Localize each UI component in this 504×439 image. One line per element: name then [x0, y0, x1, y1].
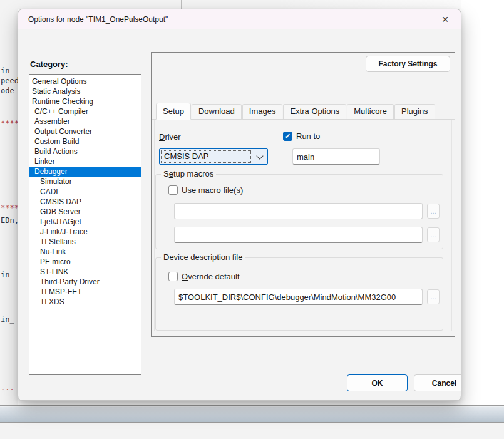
- use-macro-row: Use macro file(s): [168, 185, 243, 195]
- code-fragment: EDn,: [1, 216, 18, 225]
- code-fragment: ode_: [1, 86, 18, 95]
- tab-plugins[interactable]: Plugins: [394, 104, 435, 119]
- background-bottom-strip: [0, 423, 504, 439]
- run-to-row: ✓ Run to: [283, 132, 320, 141]
- tab-multicore[interactable]: Multicore: [347, 104, 394, 119]
- tab-strip: SetupDownloadImagesExtra OptionsMulticor…: [152, 102, 455, 120]
- code-fragment: in_: [1, 66, 14, 75]
- device-description-legend: Device description file: [161, 252, 245, 262]
- category-item-st-link[interactable]: ST-LINK: [29, 267, 141, 277]
- category-item-simulator[interactable]: Simulator: [29, 177, 141, 187]
- use-macro-label: Use macro file(s): [182, 185, 243, 195]
- browse-macro-2-button[interactable]: ...: [427, 227, 440, 242]
- ok-button[interactable]: OK: [347, 374, 408, 391]
- device-description-path-input[interactable]: [174, 289, 423, 305]
- category-item-output-converter[interactable]: Output Converter: [29, 127, 141, 137]
- background-code-editor: in_peedode_********EDn,in_in_...: [0, 0, 18, 406]
- browse-macro-1-button[interactable]: ...: [427, 204, 440, 219]
- category-item-ti-stellaris[interactable]: TI Stellaris: [29, 237, 141, 247]
- category-item-ti-xds[interactable]: TI XDS: [29, 297, 141, 307]
- override-default-label: Override default: [182, 272, 240, 281]
- override-default-checkbox[interactable]: [168, 272, 178, 281]
- category-item-pe-micro[interactable]: PE micro: [29, 257, 141, 267]
- device-description-group: Device description file Override default…: [155, 257, 443, 331]
- cancel-button[interactable]: Cancel: [414, 374, 461, 391]
- category-item-j-link-j-trace[interactable]: J-Link/J-Trace: [29, 227, 141, 237]
- close-icon[interactable]: ✕: [436, 11, 455, 28]
- browse-device-file-button[interactable]: ...: [427, 289, 440, 304]
- setup-macros-legend: Setup macros: [161, 169, 216, 178]
- driver-select[interactable]: CMSIS DAP: [159, 148, 268, 165]
- category-item-debugger[interactable]: Debugger: [29, 167, 141, 177]
- run-to-checkbox[interactable]: ✓: [283, 132, 292, 141]
- macro-file-1-input[interactable]: [174, 203, 423, 219]
- category-item-cadi[interactable]: CADI: [29, 187, 141, 197]
- dialog-title: Options for node "TIM1_OnePulseOutput": [28, 9, 168, 29]
- run-to-label: Run to: [296, 132, 320, 141]
- tab-extra-options[interactable]: Extra Options: [283, 104, 346, 119]
- category-item-gdb-server[interactable]: GDB Server: [29, 207, 141, 217]
- code-fragment: ****: [1, 204, 18, 212]
- factory-settings-button[interactable]: Factory Settings: [366, 56, 450, 72]
- background-window-divider: [181, 0, 182, 9]
- code-fragment: ...: [1, 383, 14, 392]
- category-item-build-actions[interactable]: Build Actions: [29, 147, 141, 157]
- category-listbox[interactable]: General OptionsStatic AnalysisRuntime Ch…: [29, 74, 141, 375]
- driver-select-value: CMSIS DAP: [161, 150, 251, 163]
- tab-download[interactable]: Download: [192, 104, 242, 119]
- background-top-strip: [0, 0, 461, 9]
- category-item-static-analysis[interactable]: Static Analysis: [29, 86, 141, 96]
- screen: in_peedode_********EDn,in_in_... Options…: [0, 0, 504, 439]
- background-toolbar-band: [0, 406, 504, 423]
- category-item-runtime-checking[interactable]: Runtime Checking: [29, 96, 141, 106]
- category-item-third-party-driver[interactable]: Third-Party Driver: [29, 277, 141, 287]
- driver-label: Driver: [159, 132, 181, 142]
- settings-panel: Factory Settings SetupDownloadImagesExtr…: [151, 52, 455, 337]
- category-item-assembler[interactable]: Assembler: [29, 116, 141, 127]
- code-fragment: in_: [1, 271, 14, 279]
- code-fragment: in_: [1, 315, 14, 324]
- setup-macros-group: Setup macros Use macro file(s) ... ...: [155, 174, 443, 249]
- run-to-input[interactable]: [292, 148, 380, 165]
- category-item-general-options[interactable]: General Options: [29, 76, 141, 86]
- category-item-c-c-compiler[interactable]: C/C++ Compiler: [29, 106, 141, 116]
- category-item-custom-build[interactable]: Custom Build: [29, 137, 141, 147]
- code-fragment: ****: [1, 119, 18, 128]
- override-default-row: Override default: [168, 272, 240, 281]
- macro-file-2-input[interactable]: [174, 227, 423, 243]
- dialog-titlebar[interactable]: Options for node "TIM1_OnePulseOutput" ✕: [18, 9, 461, 29]
- category-item-linker[interactable]: Linker: [29, 157, 141, 167]
- tab-images[interactable]: Images: [242, 104, 283, 119]
- use-macro-checkbox[interactable]: [168, 185, 178, 195]
- category-label: Category:: [30, 59, 68, 69]
- tab-setup[interactable]: Setup: [156, 103, 191, 120]
- category-item-nu-link[interactable]: Nu-Link: [29, 247, 141, 257]
- chevron-down-icon: [252, 149, 267, 164]
- category-item-ti-msp-fet[interactable]: TI MSP-FET: [29, 287, 141, 297]
- category-item-cmsis-dap[interactable]: CMSIS DAP: [29, 197, 141, 207]
- category-item-i-jet-jtagjet[interactable]: I-jet/JTAGjet: [29, 217, 141, 227]
- code-fragment: peed: [1, 76, 18, 85]
- options-dialog: Options for node "TIM1_OnePulseOutput" ✕…: [18, 9, 461, 401]
